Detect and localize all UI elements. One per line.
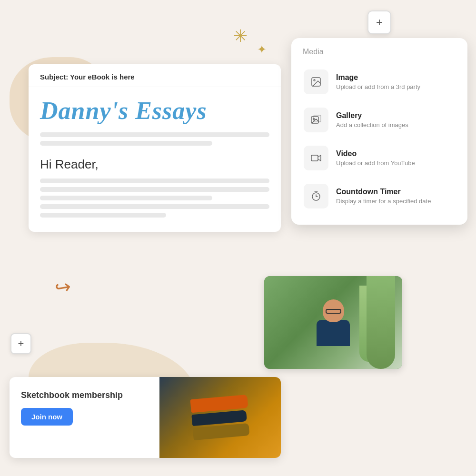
text-line bbox=[40, 204, 269, 209]
text-line bbox=[40, 132, 269, 137]
text-line bbox=[40, 196, 212, 200]
membership-image bbox=[159, 377, 281, 458]
membership-card: Sketchbook membership Join now bbox=[10, 377, 281, 458]
media-panel-header: Media bbox=[299, 48, 460, 56]
gallery-icon bbox=[310, 114, 322, 126]
media-item-video[interactable]: Video Upload or add from YouTube bbox=[299, 139, 460, 177]
media-gallery-title: Gallery bbox=[336, 111, 455, 120]
video-icon bbox=[310, 152, 322, 164]
add-block-button-top[interactable]: + bbox=[367, 10, 391, 34]
book-stack bbox=[190, 395, 250, 440]
media-countdown-title: Countdown Timer bbox=[336, 188, 455, 196]
svg-rect-5 bbox=[311, 155, 318, 161]
media-video-desc: Upload or add from YouTube bbox=[336, 159, 455, 167]
text-lines-block-1 bbox=[40, 132, 269, 146]
sparkle-icon-small: ✦ bbox=[257, 43, 267, 56]
text-line bbox=[40, 213, 166, 218]
membership-info: Sketchbook membership Join now bbox=[10, 377, 159, 458]
person-glasses bbox=[326, 309, 341, 314]
video-icon-box bbox=[304, 146, 328, 170]
text-line bbox=[40, 141, 212, 146]
media-item-countdown[interactable]: Countdown Timer Display a timer for a sp… bbox=[299, 177, 460, 215]
media-image-desc: Upload or add from a 3rd party bbox=[336, 83, 455, 90]
svg-rect-3 bbox=[314, 115, 321, 122]
book-3 bbox=[192, 423, 249, 440]
person-body bbox=[317, 320, 350, 346]
media-gallery-text: Gallery Add a collection of images bbox=[336, 111, 455, 129]
email-card: Subject: Your eBook is here Danny's Essa… bbox=[29, 64, 281, 232]
timer-icon-box bbox=[304, 184, 328, 208]
media-item-gallery[interactable]: Gallery Add a collection of images bbox=[299, 101, 460, 139]
media-countdown-text: Countdown Timer Display a timer for a sp… bbox=[336, 188, 455, 205]
join-now-button[interactable]: Join now bbox=[21, 408, 73, 426]
media-gallery-desc: Add a collection of images bbox=[336, 121, 455, 129]
sparkle-icon-large: ✳ bbox=[233, 26, 248, 46]
text-line bbox=[40, 187, 269, 192]
text-lines-block-2 bbox=[40, 178, 269, 218]
arrow-decoration: ↪ bbox=[53, 275, 72, 299]
membership-title: Sketchbook membership bbox=[21, 390, 148, 400]
tree-bg-1 bbox=[367, 276, 395, 369]
text-line bbox=[40, 178, 269, 183]
media-item-image[interactable]: Image Upload or add from a 3rd party bbox=[299, 63, 460, 101]
timer-icon bbox=[310, 190, 322, 202]
media-video-text: Video Upload or add from YouTube bbox=[336, 149, 455, 167]
media-panel: Media Image Upload or add from a 3rd par… bbox=[291, 38, 467, 225]
photo-placeholder bbox=[264, 276, 402, 369]
email-newsletter-title: Danny's Essays bbox=[40, 97, 269, 125]
email-body: Danny's Essays Hi Reader, bbox=[29, 87, 281, 232]
image-icon-box bbox=[304, 69, 328, 94]
media-image-title: Image bbox=[336, 73, 455, 82]
svg-point-1 bbox=[314, 79, 315, 81]
image-icon bbox=[310, 76, 322, 88]
person-head bbox=[323, 299, 344, 322]
person-photo bbox=[264, 276, 402, 369]
media-countdown-desc: Display a timer for a specified date bbox=[336, 198, 455, 205]
gallery-icon-box bbox=[304, 108, 328, 132]
person-figure bbox=[317, 299, 350, 346]
add-block-button-left[interactable]: + bbox=[10, 333, 31, 354]
media-video-title: Video bbox=[336, 149, 455, 158]
email-subject: Subject: Your eBook is here bbox=[29, 64, 281, 87]
email-greeting: Hi Reader, bbox=[40, 157, 269, 172]
media-image-text: Image Upload or add from a 3rd party bbox=[336, 73, 455, 90]
